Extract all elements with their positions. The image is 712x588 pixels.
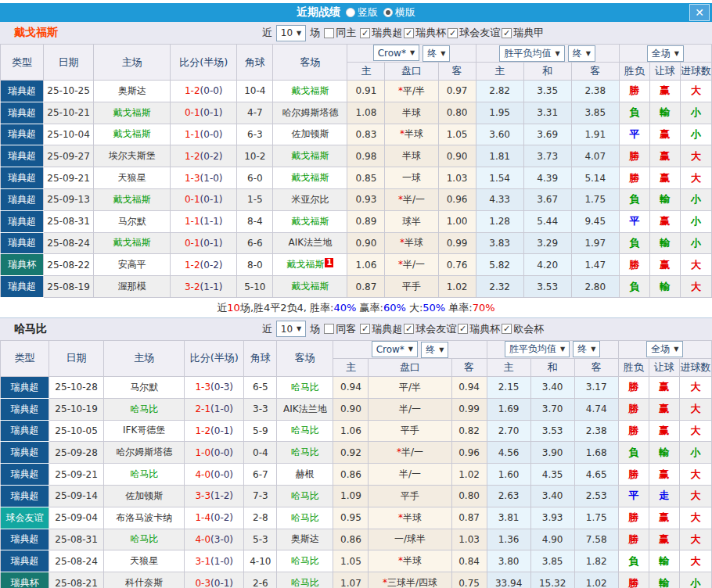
avg-home: 33.94: [487, 572, 530, 588]
checkbox-checked[interactable]: ✓: [404, 28, 414, 38]
odds-company-value: Crow*: [376, 344, 405, 355]
sub-result-wdl: 胜负: [619, 63, 649, 81]
checkbox-checked[interactable]: ✓: [458, 324, 468, 334]
handicap: *半球: [385, 124, 438, 145]
result-goals: 小: [680, 102, 711, 124]
checkbox-checked[interactable]: ✓: [502, 324, 512, 334]
table-row: 球会友谊25-09-04布洛马波卡纳1-4(0-2)2-8哈马比0.95*半球0…: [1, 507, 712, 529]
result-goals: 大: [680, 276, 711, 298]
corners: 6-6: [237, 232, 273, 254]
avg-time-select[interactable]: 终▼: [573, 341, 600, 357]
result-handicap: 輸: [649, 102, 680, 124]
avg-draw: 3.93: [530, 507, 574, 529]
checkbox-unchecked[interactable]: [324, 324, 334, 334]
odds-time-select[interactable]: 终▼: [423, 45, 450, 62]
sub-avg-away: 客: [571, 63, 619, 81]
avg-home: 2.82: [476, 81, 523, 102]
col-away: 客场: [277, 340, 333, 376]
dropdown-arrow-icon: ▼: [591, 346, 595, 353]
handicap: 平手: [369, 485, 451, 507]
avg-draw: 3.29: [523, 232, 571, 254]
avg-draw: 15.32: [530, 572, 574, 588]
league-filter-瑞典杯[interactable]: ✓瑞典杯: [404, 26, 446, 40]
scope-select[interactable]: 全场▼: [647, 45, 684, 62]
dropdown-arrow-icon: ▼: [410, 49, 415, 56]
radio-icon[interactable]: [346, 8, 355, 17]
league-label: 球会友谊: [415, 322, 456, 336]
match-count-select[interactable]: 10 ▼: [276, 321, 306, 337]
home-team: 布洛马波卡纳: [104, 507, 185, 529]
match-date: 25-08-24: [44, 232, 94, 254]
result-handicap: 輸: [649, 276, 680, 298]
col-corner: 角球: [244, 340, 277, 376]
corners: 6-5: [244, 376, 277, 398]
near-label: 近: [262, 322, 272, 336]
half-time-score: (0-2): [200, 151, 223, 162]
checkbox-checked[interactable]: ✓: [360, 28, 370, 38]
avg-home: 1.95: [476, 102, 523, 124]
dropdown-arrow-icon: ▼: [586, 50, 591, 57]
half-time-score: (0-1): [200, 107, 223, 118]
league-filter-球会友谊[interactable]: ✓球会友谊: [404, 322, 456, 336]
odds-company-select[interactable]: Crow*▼: [372, 341, 418, 357]
avg-time-value: 终: [577, 342, 587, 356]
score-halftime: 1-1(1-1): [171, 210, 237, 232]
avg-time-select[interactable]: 终▼: [568, 45, 595, 62]
corners: 6-7: [244, 464, 277, 486]
live-star-icon: *: [400, 237, 405, 248]
odds-home: 0.92: [333, 442, 369, 464]
league-filter-球会友谊[interactable]: ✓球会友谊: [448, 26, 500, 40]
scope-select[interactable]: 全场▼: [646, 341, 683, 357]
half-time-score: (1-0): [200, 173, 223, 184]
score-halftime: 0-1(0-1): [171, 102, 237, 124]
match-date: 25-09-27: [44, 145, 94, 167]
checkbox-checked[interactable]: ✓: [360, 324, 370, 334]
table-row: 瑞典超25-08-24戴戈福斯0-1(0-1)6-6AIK法兰地0.90*半球0…: [1, 232, 712, 254]
home-team: 天狼星: [94, 167, 171, 189]
away-team: 哈马比: [277, 442, 333, 464]
competition-type: 瑞典超: [1, 81, 44, 102]
result-handicap: 走: [649, 485, 679, 507]
full-time-score: 0-3: [195, 578, 210, 588]
avg-type-select[interactable]: 胜平负均值▼: [505, 341, 570, 357]
layout-option-horizontal[interactable]: 横版: [383, 5, 415, 20]
sub-result-goals: 进球数: [679, 358, 711, 376]
corners: 3-3: [244, 398, 277, 420]
odds-company-select[interactable]: Crow*▼: [373, 45, 419, 61]
layout-option-vertical[interactable]: 竖版: [346, 5, 378, 20]
checkbox-unchecked[interactable]: [324, 28, 334, 38]
checkbox-checked[interactable]: ✓: [448, 28, 458, 38]
result-goals: 大: [679, 529, 711, 550]
scope-group-header: 全场▼: [619, 45, 711, 63]
home-team: 渥那模: [94, 276, 171, 298]
team-name: 哈马比: [14, 322, 47, 336]
league-filters: ✓瑞典超✓球会友谊✓瑞典杯✓欧会杯: [360, 322, 544, 336]
away-team: 戴戈福斯: [273, 81, 347, 102]
odds-home: 0.93: [347, 188, 385, 210]
same-side-filter[interactable]: 同客: [324, 322, 356, 336]
checkbox-checked[interactable]: ✓: [502, 28, 512, 38]
odds-time-select[interactable]: 终▼: [421, 342, 448, 358]
table-row: 瑞典超25-08-24天狼星3-1(1-0)4-10哈马比1.05*半球0.84…: [1, 550, 712, 572]
live-star-icon: *: [398, 194, 403, 205]
full-time-score: 0-1: [185, 194, 200, 205]
result-handicap: 赢: [649, 167, 680, 189]
league-filter-瑞典杯[interactable]: ✓瑞典杯: [458, 322, 500, 336]
close-button[interactable]: ✕: [689, 4, 710, 21]
score-halftime: 1-4(0-2): [185, 507, 244, 529]
league-filter-瑞典甲[interactable]: ✓瑞典甲: [502, 26, 544, 40]
radio-selected-icon[interactable]: [383, 8, 393, 17]
avg-type-select[interactable]: 胜平负均值▼: [499, 45, 564, 62]
checkbox-checked[interactable]: ✓: [404, 324, 414, 334]
league-filter-瑞典超[interactable]: ✓瑞典超: [360, 26, 402, 40]
match-count-select[interactable]: 10 ▼: [276, 25, 306, 41]
league-label: 瑞典杯: [469, 322, 500, 336]
away-team: 戴戈福斯1: [273, 254, 347, 276]
same-side-filter[interactable]: 同主: [324, 26, 356, 40]
table-row: 瑞典超25-10-28马尔默1-3(0-3)6-5哈马比0.94平/半0.942…: [1, 376, 712, 398]
match-date: 25-09-14: [49, 485, 104, 507]
league-filter-欧会杯[interactable]: ✓欧会杯: [502, 322, 544, 336]
league-filter-瑞典超[interactable]: ✓瑞典超: [360, 322, 402, 336]
sub-avg-draw: 和: [523, 63, 571, 81]
col-score: 比分(半场): [185, 340, 244, 376]
